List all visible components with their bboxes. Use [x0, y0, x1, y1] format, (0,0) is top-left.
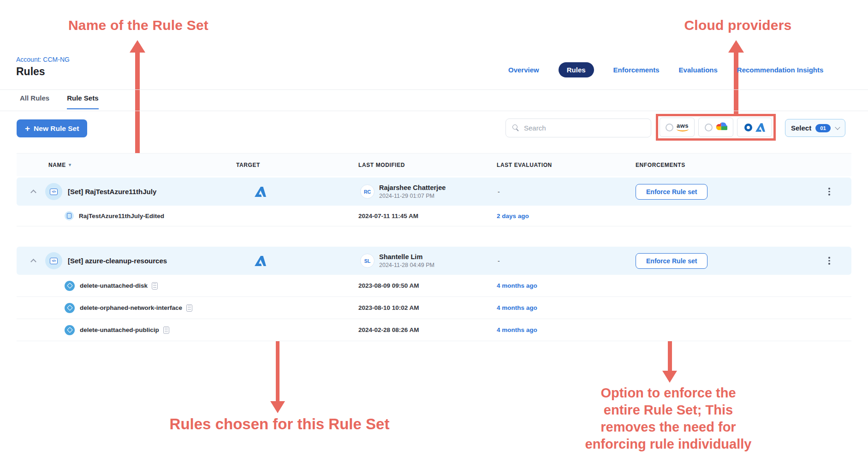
rule-icon — [65, 325, 75, 335]
rule-row[interactable]: RajTestAzure11thJuly-Edited 2024-07-11 1… — [17, 206, 851, 226]
rule-set-name[interactable]: [Set] azure-cleanup-resources — [68, 257, 167, 265]
last-modified-timestamp: 2023-08-09 09:50 AM — [358, 282, 497, 289]
select-dropdown[interactable]: Select 01 — [785, 119, 845, 137]
header-divider — [0, 89, 868, 90]
last-evaluation-link[interactable]: 4 months ago — [497, 326, 636, 333]
last-evaluation-link[interactable]: 2 days ago — [497, 213, 636, 219]
last-evaluation-link[interactable]: 4 months ago — [497, 282, 636, 289]
rule-set-name-cell: [Set] azure-cleanup-resources — [17, 252, 236, 269]
avatar: RC — [360, 184, 375, 199]
rule-name-cell: delete-orphaned-network-interface — [17, 303, 236, 313]
column-header-enforcements: ENFORCEMENTS — [636, 162, 807, 168]
annotation-enforce-note-line: entire Rule Set; This — [560, 402, 777, 419]
annotation-name-of-rule-set: Name of the Rule Set — [60, 18, 217, 33]
search-box[interactable] — [505, 118, 651, 137]
rule-name-cell: RajTestAzure11thJuly-Edited — [17, 211, 236, 220]
nav-overview[interactable]: Overview — [508, 66, 539, 74]
enforcements-cell: Enforce Rule set — [636, 253, 807, 269]
annotation-enforce-note-line: enforcing rule individually — [560, 436, 777, 453]
radio-unchecked-icon — [666, 124, 673, 131]
rule-sets-table: NAME ▾ TARGET LAST MODIFIED LAST EVALUAT… — [17, 153, 851, 341]
tab-all-rules[interactable]: All Rules — [20, 94, 49, 109]
modified-at-timestamp: 2024-11-29 01:07 PM — [379, 193, 446, 199]
select-label: Select — [791, 124, 811, 132]
radio-unchecked-icon — [705, 124, 713, 131]
annotation-enforce-note-line: Option to enforce the — [560, 385, 777, 402]
provider-toggle-azure[interactable] — [737, 118, 772, 137]
copy-icon[interactable] — [163, 326, 169, 334]
annotation-enforce-note-line: removes the need for — [560, 419, 777, 436]
rule-name: delete-orphaned-network-interface — [80, 304, 182, 311]
annotation-cloud-providers: Cloud providers — [673, 18, 803, 33]
last-modified-timestamp: 2024-07-11 11:45 AM — [358, 213, 497, 219]
new-rule-set-label: New Rule Set — [34, 124, 79, 133]
column-header-name[interactable]: NAME ▾ — [17, 162, 236, 168]
cloud-provider-filter: aws — [658, 116, 773, 138]
annotation-arrow-up-icon — [728, 40, 744, 53]
rule-icon — [65, 303, 75, 313]
enforce-rule-set-button[interactable]: Enforce Rule set — [636, 184, 707, 200]
rule-set-name[interactable]: [Set] RajTestAzure11thJuly — [68, 188, 156, 196]
chevron-down-icon — [835, 124, 840, 130]
tab-bar-divider — [0, 111, 868, 111]
kebab-menu-icon[interactable] — [826, 255, 832, 267]
provider-toggle-gcp[interactable] — [698, 118, 733, 137]
column-header-last-modified: LAST MODIFIED — [358, 162, 497, 168]
nav-evaluations[interactable]: Evaluations — [679, 66, 718, 74]
annotation-arrow-down-icon — [270, 401, 285, 413]
collapse-chevron-icon[interactable] — [29, 257, 37, 265]
enforcements-cell: Enforce Rule set — [636, 184, 807, 200]
rule-set-icon — [45, 252, 62, 269]
azure-logo-icon — [755, 123, 765, 132]
copy-icon[interactable] — [152, 282, 158, 290]
search-input[interactable] — [524, 124, 639, 132]
last-evaluation-cell: - — [497, 188, 636, 196]
nav-recommendation-insights[interactable]: Recommendation Insights — [737, 66, 824, 74]
nav-rules[interactable]: Rules — [559, 62, 594, 77]
rule-name: delete-unattached-publicip — [80, 326, 159, 333]
azure-target-icon — [255, 187, 266, 197]
annotation-arrow-up-icon — [130, 40, 145, 53]
last-modified-timestamp: 2023-08-10 10:02 AM — [358, 304, 497, 311]
last-evaluation-cell: - — [497, 257, 636, 265]
avatar: SL — [360, 254, 375, 268]
rule-icon — [65, 281, 75, 291]
target-cell — [236, 256, 358, 266]
modified-at-timestamp: 2024-11-28 04:49 PM — [379, 262, 434, 268]
collapse-chevron-icon[interactable] — [29, 188, 37, 196]
rule-set-row: [Set] RajTestAzure11thJuly RC Rajarshee … — [17, 178, 851, 206]
sort-descending-icon: ▾ — [69, 162, 71, 168]
table-header-row: NAME ▾ TARGET LAST MODIFIED LAST EVALUAT… — [17, 153, 851, 176]
enforce-rule-set-button[interactable]: Enforce Rule set — [636, 253, 707, 269]
rule-name-cell: delete-unattached-disk — [17, 281, 236, 291]
rule-row[interactable]: delete-unattached-publicip 2024-02-28 08… — [17, 319, 851, 341]
annotation-arrow-down-icon — [662, 371, 677, 383]
select-count-badge: 01 — [815, 124, 831, 132]
last-modified-timestamp: 2024-02-28 08:26 AM — [358, 326, 497, 333]
last-modified-cell: RC Rajarshee Chatterjee 2024-11-29 01:07… — [358, 184, 497, 199]
rule-set-row: [Set] azure-cleanup-resources SL Shantel… — [17, 247, 851, 275]
column-header-target: TARGET — [236, 162, 358, 168]
rule-name-cell: delete-unattached-publicip — [17, 325, 236, 335]
tab-bar: All Rules Rule Sets — [20, 94, 99, 109]
annotation-rules-chosen: Rules chosen for this Rule Set — [152, 415, 407, 433]
annotation-enforce-note: Option to enforce the entire Rule Set; T… — [560, 385, 777, 453]
column-header-label: NAME — [48, 162, 66, 168]
modified-by-name: Rajarshee Chatterjee — [379, 184, 446, 191]
copy-icon[interactable] — [186, 304, 192, 312]
search-icon — [512, 124, 519, 131]
radio-checked-icon — [744, 124, 752, 131]
breadcrumb-account[interactable]: Account: CCM-NG — [16, 56, 70, 63]
rule-set-name-cell: [Set] RajTestAzure11thJuly — [17, 183, 236, 200]
rule-row[interactable]: delete-unattached-disk 2023-08-09 09:50 … — [17, 275, 851, 297]
last-evaluation-link[interactable]: 4 months ago — [497, 304, 636, 311]
rule-row[interactable]: delete-orphaned-network-interface 2023-0… — [17, 297, 851, 319]
nav-enforcements[interactable]: Enforcements — [613, 66, 660, 74]
column-header-last-evaluation: LAST EVALUATION — [497, 162, 636, 168]
tab-rule-sets[interactable]: Rule Sets — [67, 94, 98, 109]
kebab-menu-icon[interactable] — [826, 186, 832, 197]
annotation-arrow-shaft — [734, 52, 738, 114]
page-title: Rules — [16, 65, 45, 78]
new-rule-set-button[interactable]: New Rule Set — [17, 119, 87, 137]
provider-toggle-aws[interactable]: aws — [660, 118, 695, 137]
